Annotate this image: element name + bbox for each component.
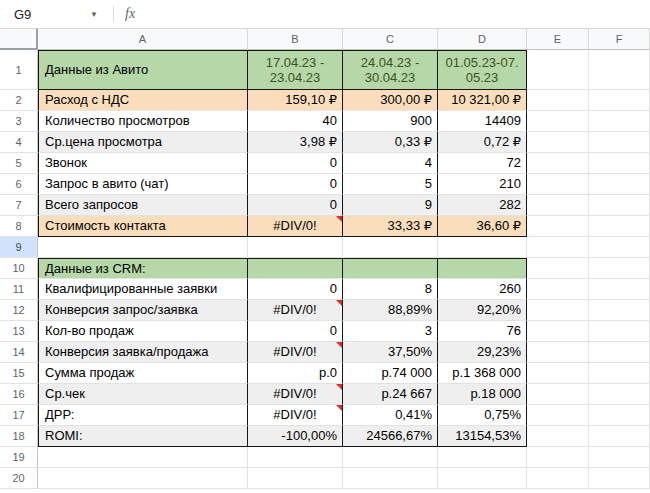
cell-C17[interactable]: 0,41% — [343, 405, 438, 426]
cell-B17[interactable]: #DIV/0! — [248, 405, 343, 426]
cell-C7[interactable]: 9 — [343, 195, 438, 216]
cell-E10[interactable] — [527, 258, 589, 279]
cell-C9[interactable] — [343, 237, 438, 258]
cell-E20[interactable] — [527, 468, 589, 489]
cell-A3[interactable]: Количество просмотров — [38, 111, 248, 132]
cell-A6[interactable]: Запрос в авито (чат) — [38, 174, 248, 195]
cell-A11[interactable]: Квалифицированные заявки — [38, 279, 248, 300]
cell-B10[interactable] — [248, 258, 343, 279]
cell-F5[interactable] — [589, 153, 650, 174]
cell-E1[interactable] — [527, 50, 589, 90]
column-header-D[interactable]: D — [438, 29, 527, 50]
row-header-12[interactable]: 12 — [0, 300, 38, 321]
cell-A10[interactable]: Данные из CRM: — [38, 258, 248, 279]
cell-A7[interactable]: Всего запросов — [38, 195, 248, 216]
cell-B8[interactable]: #DIV/0! — [248, 216, 343, 237]
cell-A17[interactable]: ДРР: — [38, 405, 248, 426]
cell-B2[interactable]: 159,10 ₽ — [248, 90, 343, 111]
cell-C5[interactable]: 4 — [343, 153, 438, 174]
cell-E18[interactable] — [527, 426, 589, 447]
cell-D12[interactable]: 92,20% — [438, 300, 527, 321]
cell-C1[interactable]: 24.04.23 - 30.04.23 — [343, 50, 438, 90]
select-all-corner[interactable] — [0, 29, 38, 50]
cell-B7[interactable]: 0 — [248, 195, 343, 216]
cell-D11[interactable]: 260 — [438, 279, 527, 300]
cell-E19[interactable] — [527, 447, 589, 468]
column-header-A[interactable]: A — [38, 29, 248, 50]
cell-B5[interactable]: 0 — [248, 153, 343, 174]
cell-B20[interactable] — [248, 468, 343, 489]
cell-F16[interactable] — [589, 384, 650, 405]
row-header-13[interactable]: 13 — [0, 321, 38, 342]
cell-E12[interactable] — [527, 300, 589, 321]
cell-E6[interactable] — [527, 174, 589, 195]
row-header-6[interactable]: 6 — [0, 174, 38, 195]
cell-E5[interactable] — [527, 153, 589, 174]
cell-B18[interactable]: -100,00% — [248, 426, 343, 447]
cell-C16[interactable]: р.24 667 — [343, 384, 438, 405]
cell-A2[interactable]: Расход с НДС — [38, 90, 248, 111]
cell-C11[interactable]: 8 — [343, 279, 438, 300]
cell-C15[interactable]: р.74 000 — [343, 363, 438, 384]
column-header-F[interactable]: F — [589, 29, 650, 50]
cell-E17[interactable] — [527, 405, 589, 426]
cell-C13[interactable]: 3 — [343, 321, 438, 342]
cell-D10[interactable] — [438, 258, 527, 279]
cell-A16[interactable]: Ср.чек — [38, 384, 248, 405]
cell-B6[interactable]: 0 — [248, 174, 343, 195]
cell-E14[interactable] — [527, 342, 589, 363]
cell-E2[interactable] — [527, 90, 589, 111]
cell-C3[interactable]: 900 — [343, 111, 438, 132]
cell-B1[interactable]: 17.04.23 - 23.04.23 — [248, 50, 343, 90]
cell-D6[interactable]: 210 — [438, 174, 527, 195]
row-header-2[interactable]: 2 — [0, 90, 38, 111]
cell-D8[interactable]: 36,60 ₽ — [438, 216, 527, 237]
column-header-E[interactable]: E — [527, 29, 589, 50]
cell-D7[interactable]: 282 — [438, 195, 527, 216]
row-header-11[interactable]: 11 — [0, 279, 38, 300]
cell-B9[interactable] — [248, 237, 343, 258]
cell-A14[interactable]: Конверсия заявка/продажа — [38, 342, 248, 363]
cell-A5[interactable]: Звонок — [38, 153, 248, 174]
row-header-15[interactable]: 15 — [0, 363, 38, 384]
cell-D18[interactable]: 13154,53% — [438, 426, 527, 447]
cell-E16[interactable] — [527, 384, 589, 405]
cell-F19[interactable] — [589, 447, 650, 468]
cell-E11[interactable] — [527, 279, 589, 300]
cell-D3[interactable]: 14409 — [438, 111, 527, 132]
cell-C19[interactable] — [343, 447, 438, 468]
cell-F3[interactable] — [589, 111, 650, 132]
cell-B14[interactable]: #DIV/0! — [248, 342, 343, 363]
cell-A1[interactable]: Данные из Авито — [38, 50, 248, 90]
row-header-7[interactable]: 7 — [0, 195, 38, 216]
cell-C8[interactable]: 33,33 ₽ — [343, 216, 438, 237]
column-header-B[interactable]: B — [248, 29, 343, 50]
cell-F18[interactable] — [589, 426, 650, 447]
cell-A19[interactable] — [38, 447, 248, 468]
row-header-9[interactable]: 9 — [0, 237, 38, 258]
cell-E3[interactable] — [527, 111, 589, 132]
cell-D4[interactable]: 0,72 ₽ — [438, 132, 527, 153]
cell-B15[interactable]: р.0 — [248, 363, 343, 384]
cell-A12[interactable]: Конверсия запрос/заявка — [38, 300, 248, 321]
cell-B19[interactable] — [248, 447, 343, 468]
row-header-16[interactable]: 16 — [0, 384, 38, 405]
cell-B4[interactable]: 3,98 ₽ — [248, 132, 343, 153]
cell-A9[interactable] — [38, 237, 248, 258]
cell-E7[interactable] — [527, 195, 589, 216]
cell-E4[interactable] — [527, 132, 589, 153]
cell-F8[interactable] — [589, 216, 650, 237]
cell-C2[interactable]: 300,00 ₽ — [343, 90, 438, 111]
cell-A4[interactable]: Ср.цена просмотра — [38, 132, 248, 153]
cell-F13[interactable] — [589, 321, 650, 342]
cell-A20[interactable] — [38, 468, 248, 489]
cell-B12[interactable]: #DIV/0! — [248, 300, 343, 321]
row-header-3[interactable]: 3 — [0, 111, 38, 132]
cell-A8[interactable]: Стоимость контакта — [38, 216, 248, 237]
name-box[interactable]: G9 ▼ — [14, 7, 102, 22]
cell-D9[interactable] — [438, 237, 527, 258]
cell-A15[interactable]: Сумма продаж — [38, 363, 248, 384]
cell-F1[interactable] — [589, 50, 650, 90]
cell-D1[interactable]: 01.05.23-07. 05.23 — [438, 50, 527, 90]
cell-D2[interactable]: 10 321,00 ₽ — [438, 90, 527, 111]
